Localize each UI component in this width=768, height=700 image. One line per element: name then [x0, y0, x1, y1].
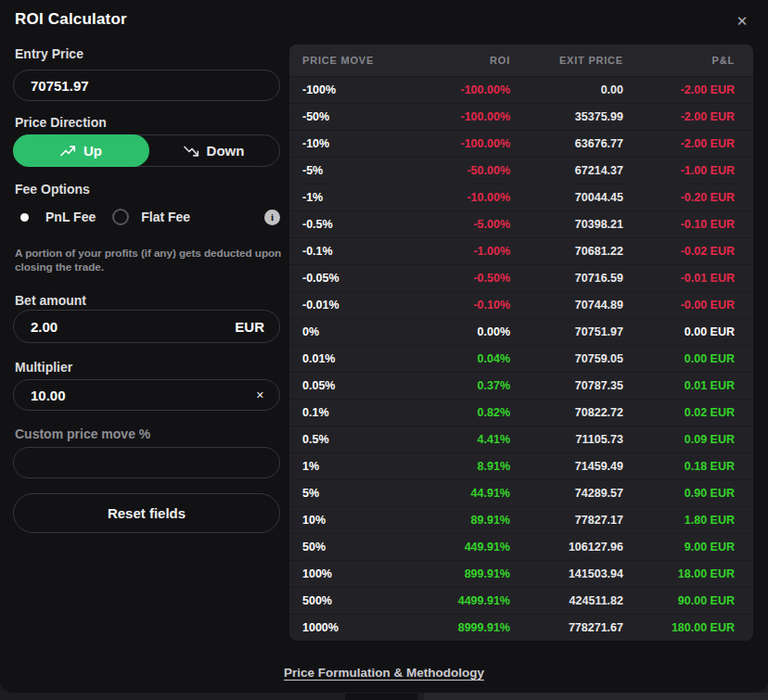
price-move-cell: 50%	[302, 541, 404, 554]
pnl-cell: -1.00 EUR	[623, 164, 735, 177]
exit-price-cell: 67214.37	[510, 164, 623, 177]
price-move-cell: 1000%	[302, 621, 404, 634]
roi-cell: 8.91%	[404, 460, 510, 473]
pnl-cell: -0.01 EUR	[623, 272, 735, 285]
exit-price-cell: 424511.82	[510, 594, 623, 607]
column-header: P&L	[623, 55, 735, 66]
table-row: 1%8.91%71459.490.18 EUR	[289, 452, 753, 479]
table-row: -1%-10.00%70044.45-0.20 EUR	[289, 184, 753, 210]
pnl-cell: 0.01 EUR	[623, 379, 735, 392]
direction-down-button[interactable]: Down	[148, 135, 279, 166]
currency-suffix: EUR	[235, 319, 264, 335]
roi-calculator-modal: ROI Calculator ✕ Entry Price Price Direc…	[0, 0, 768, 693]
column-header: EXIT PRICE	[510, 55, 623, 66]
fee-option-pnl[interactable]: PnL Fee	[45, 210, 96, 224]
price-move-cell: -1%	[302, 191, 404, 204]
entry-price-input[interactable]	[29, 78, 264, 94]
close-icon[interactable]: ✕	[732, 11, 752, 32]
direction-up-button[interactable]: Up	[13, 134, 149, 167]
price-move-cell: 1%	[302, 460, 404, 473]
table-row: -50%-100.00%35375.99-2.00 EUR	[289, 103, 753, 130]
roi-cell: 44.91%	[404, 487, 510, 500]
pnl-cell: -0.02 EUR	[623, 245, 735, 258]
table-row: 500%4499.91%424511.8290.00 EUR	[289, 587, 753, 614]
exit-price-cell: 141503.94	[510, 567, 623, 580]
background-page-strip	[424, 693, 768, 700]
roi-cell: -10.00%	[404, 191, 510, 204]
pnl-cell: 1.80 EUR	[623, 514, 735, 527]
table-row: 50%449.91%106127.969.00 EUR	[289, 533, 753, 560]
exit-price-cell: 70716.59	[510, 272, 623, 285]
fee-description: A portion of your profits (if any) gets …	[15, 247, 282, 274]
roi-cell: -100.00%	[404, 137, 510, 150]
exit-price-cell: 70822.72	[510, 406, 623, 419]
direction-up-label: Up	[83, 143, 102, 159]
roi-table-body: -100%-100.00%0.00-2.00 EUR-50%-100.00%35…	[289, 76, 753, 641]
fee-option-flat[interactable]: Flat Fee	[141, 210, 190, 224]
exit-price-cell: 70787.35	[510, 379, 623, 392]
background-page-strip	[345, 694, 417, 700]
radio-selected-icon[interactable]	[20, 213, 29, 222]
roi-cell: -0.50%	[404, 272, 510, 285]
table-row: -10%-100.00%63676.77-2.00 EUR	[289, 130, 753, 157]
reset-fields-button[interactable]: Reset fields	[13, 493, 280, 533]
multiplier-input[interactable]	[29, 388, 256, 403]
price-move-cell: 0.01%	[302, 352, 404, 365]
table-row: -0.01%-0.10%70744.89-0.00 EUR	[289, 291, 753, 318]
exit-price-cell: 70398.21	[510, 218, 623, 231]
clear-multiplier-icon[interactable]: ✕	[256, 390, 264, 401]
exit-price-cell: 35375.99	[510, 110, 623, 123]
table-row: -5%-50.00%67214.37-1.00 EUR	[289, 157, 753, 184]
roi-cell: -0.10%	[404, 299, 510, 312]
exit-price-cell: 0.00	[510, 83, 623, 96]
roi-cell: 89.91%	[404, 514, 510, 527]
methodology-link[interactable]: Price Formulation & Methodology	[284, 666, 484, 680]
price-move-cell: -100%	[302, 83, 404, 96]
radio-unselected-icon[interactable]	[112, 209, 129, 225]
pnl-cell: 90.00 EUR	[623, 594, 735, 607]
multiplier-label: Multiplier	[15, 360, 72, 375]
table-row: -100%-100.00%0.00-2.00 EUR	[289, 76, 753, 103]
table-row: 5%44.91%74289.570.90 EUR	[289, 479, 753, 506]
trend-down-icon	[184, 146, 199, 157]
fee-options-row: PnL Fee Flat Fee i	[13, 208, 280, 226]
roi-cell: 8999.91%	[404, 621, 510, 634]
roi-cell: 899.91%	[404, 567, 510, 580]
pnl-cell: 0.00 EUR	[623, 325, 735, 338]
custom-price-move-field-shell	[13, 447, 280, 478]
fee-options-label: Fee Options	[15, 182, 90, 197]
info-icon[interactable]: i	[264, 210, 280, 225]
price-move-cell: 10%	[302, 514, 404, 527]
pnl-cell: 180.00 EUR	[623, 621, 735, 634]
roi-cell: 0.37%	[404, 379, 510, 392]
custom-price-move-label: Custom price move %	[15, 426, 150, 441]
price-move-cell: -0.1%	[302, 245, 404, 258]
roi-table-header: PRICE MOVEROIEXIT PRICEP&L	[289, 45, 753, 76]
exit-price-cell: 70759.05	[510, 352, 623, 365]
pnl-cell: -0.00 EUR	[623, 299, 735, 312]
entry-price-label: Entry Price	[15, 46, 83, 61]
pnl-cell: -2.00 EUR	[623, 83, 735, 96]
direction-down-label: Down	[207, 143, 245, 159]
roi-cell: -50.00%	[404, 164, 510, 177]
exit-price-cell: 106127.96	[510, 541, 623, 554]
exit-price-cell: 70044.45	[510, 191, 623, 204]
price-move-cell: 0%	[302, 325, 404, 338]
bet-amount-input[interactable]	[29, 319, 235, 335]
table-row: 1000%8999.91%778271.67180.00 EUR	[289, 614, 753, 641]
table-row: 0.5%4.41%71105.730.09 EUR	[289, 426, 753, 452]
roi-table: PRICE MOVEROIEXIT PRICEP&L -100%-100.00%…	[289, 45, 753, 641]
roi-cell: -5.00%	[404, 218, 510, 231]
column-header: PRICE MOVE	[302, 55, 404, 66]
modal-title: ROI Calculator	[15, 10, 127, 29]
price-move-cell: 0.5%	[302, 433, 404, 446]
roi-cell: 4499.91%	[404, 594, 510, 607]
trend-up-icon	[60, 146, 76, 157]
price-move-cell: -0.05%	[302, 272, 404, 285]
pnl-cell: -0.20 EUR	[623, 191, 735, 204]
custom-price-move-input[interactable]	[29, 455, 264, 471]
pnl-cell: -2.00 EUR	[623, 137, 735, 150]
footer: Price Formulation & Methodology	[0, 664, 768, 681]
price-move-cell: -10%	[302, 137, 404, 150]
table-row: 0%0.00%70751.970.00 EUR	[289, 318, 753, 345]
